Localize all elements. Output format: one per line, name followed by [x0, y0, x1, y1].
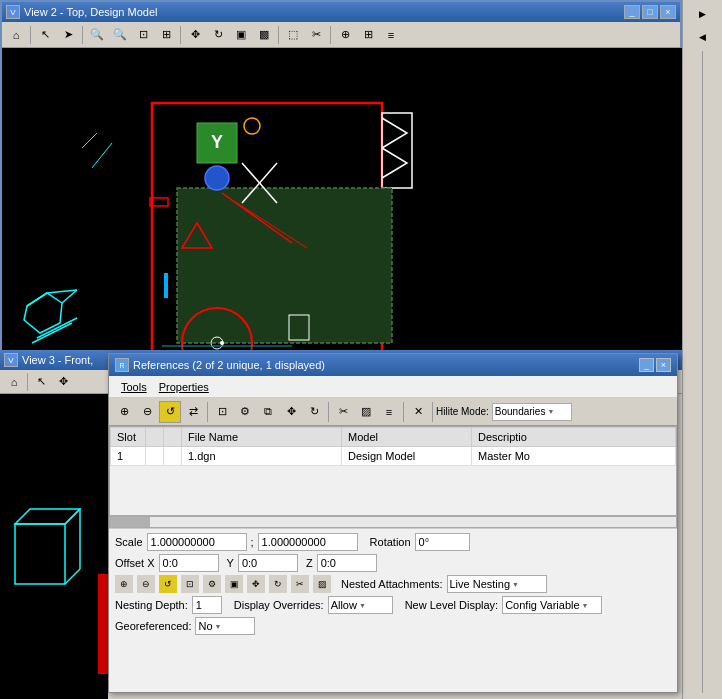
new-level-dropdown[interactable]: Config Variable [502, 596, 602, 614]
offset-y-input[interactable] [238, 554, 298, 572]
v3-cursor[interactable]: ↖ [30, 371, 52, 393]
dialog-menubar: Tools Properties [109, 376, 677, 398]
ref-settings[interactable]: ⚙ [234, 401, 256, 423]
svg-rect-22 [164, 273, 168, 298]
rp-btn2[interactable]: ◀ [692, 27, 714, 48]
ref-levels[interactable]: ≡ [378, 401, 400, 423]
tb-zoom-fit[interactable]: ⊡ [132, 24, 154, 46]
rotation-label: Rotation [370, 536, 411, 548]
tb-view1[interactable]: ▣ [230, 24, 252, 46]
icons-nested-row: ⊕ ⊖ ↺ ⊡ ⚙ ▣ ✥ ↻ ✂ ▨ Nested Attachments: … [115, 575, 671, 593]
ref-clip2[interactable]: ✂ [332, 401, 354, 423]
rp-btn1[interactable]: ▶ [692, 4, 714, 25]
tb-cursor[interactable]: ↖ [34, 24, 56, 46]
col-model[interactable]: Model [342, 428, 472, 447]
georef-value: No [198, 620, 212, 632]
view2-controls: _ □ × [624, 5, 676, 19]
scale-y-input[interactable] [258, 533, 358, 551]
nesting-depth-label: Nesting Depth: [115, 599, 188, 611]
hilite-dropdown[interactable]: Boundaries [492, 403, 572, 421]
col-flag1[interactable] [146, 428, 164, 447]
col-description[interactable]: Descriptio [472, 428, 676, 447]
cell-description: Master Mo [472, 447, 676, 466]
icon-btn-2[interactable]: ⊖ [137, 575, 155, 593]
references-table-container[interactable]: Slot File Name Model Descriptio 1 1.dgn … [109, 426, 677, 516]
tb-sep5 [330, 26, 331, 44]
view2-close[interactable]: × [660, 5, 676, 19]
tb-level[interactable]: ≡ [380, 24, 402, 46]
tb-fence[interactable]: ⬚ [282, 24, 304, 46]
tb-home[interactable]: ⌂ [5, 24, 27, 46]
scrollbar-thumb[interactable] [110, 517, 150, 527]
nesting-depth-input[interactable] [192, 596, 222, 614]
icon-btn-10[interactable]: ▨ [313, 575, 331, 593]
georef-dropdown[interactable]: No [195, 617, 255, 635]
icon-btn-9[interactable]: ✂ [291, 575, 309, 593]
nested-dropdown[interactable]: Live Nesting [447, 575, 547, 593]
menu-properties[interactable]: Properties [153, 379, 215, 395]
ref-sep3 [403, 402, 404, 422]
ref-masking[interactable]: ▨ [355, 401, 377, 423]
ref-exchange[interactable]: ⇄ [182, 401, 204, 423]
col-flag2[interactable] [164, 428, 182, 447]
ref-move[interactable]: ✥ [280, 401, 302, 423]
view3-canvas[interactable] [0, 394, 108, 699]
ref-xref[interactable]: ✕ [407, 401, 429, 423]
rotation-input[interactable] [415, 533, 470, 551]
tb-clip[interactable]: ✂ [305, 24, 327, 46]
icon-btn-6[interactable]: ▣ [225, 575, 243, 593]
dialog-minimize[interactable]: _ [639, 358, 654, 372]
icon-btn-1[interactable]: ⊕ [115, 575, 133, 593]
tb-arrow[interactable]: ➤ [57, 24, 79, 46]
icon-btn-7[interactable]: ✥ [247, 575, 265, 593]
view2-maximize[interactable]: □ [642, 5, 658, 19]
tb-rotate[interactable]: ↻ [207, 24, 229, 46]
scale-sep: ; [251, 536, 254, 548]
view2-toolbar: ⌂ ↖ ➤ 🔍 🔍 ⊡ ⊞ ✥ ↻ ▣ ▩ ⬚ ✂ ⊕ ⊞ ≡ [2, 22, 680, 48]
tb-ref[interactable]: ⊕ [334, 24, 356, 46]
offset-z-input[interactable] [317, 554, 377, 572]
table-row[interactable]: 1 1.dgn Design Model Master Mo [111, 447, 676, 466]
tb-zoom-window[interactable]: ⊞ [155, 24, 177, 46]
scale-x-input[interactable] [147, 533, 247, 551]
tb-zoom-out[interactable]: 🔍 [109, 24, 131, 46]
icon-btn-3[interactable]: ↺ [159, 575, 177, 593]
col-filename[interactable]: File Name [182, 428, 342, 447]
offset-x-input[interactable] [159, 554, 219, 572]
nested-label: Nested Attachments: [341, 578, 443, 590]
ref-copy[interactable]: ⧉ [257, 401, 279, 423]
view2-titlebar: V View 2 - Top, Design Model _ □ × [2, 2, 680, 22]
tb-sep1 [30, 26, 31, 44]
menu-tools[interactable]: Tools [115, 379, 153, 395]
ref-rotate2[interactable]: ↻ [303, 401, 325, 423]
v3-pan[interactable]: ✥ [52, 371, 74, 393]
ref-attach[interactable]: ⊕ [113, 401, 135, 423]
nested-value: Live Nesting [450, 578, 511, 590]
icon-btn-5[interactable]: ⚙ [203, 575, 221, 593]
ref-detach[interactable]: ⊖ [136, 401, 158, 423]
tb-view2[interactable]: ▩ [253, 24, 275, 46]
ref-reload[interactable]: ↺ [159, 401, 181, 423]
offset-z-label: Z [306, 557, 313, 569]
v3-home[interactable]: ⌂ [3, 371, 25, 393]
display-overrides-dropdown[interactable]: Allow [328, 596, 393, 614]
icon-btn-8[interactable]: ↻ [269, 575, 287, 593]
cell-flag1 [146, 447, 164, 466]
table-scrollbar[interactable] [109, 516, 677, 528]
dialog-toolbar: ⊕ ⊖ ↺ ⇄ ⊡ ⚙ ⧉ ✥ ↻ ✂ ▨ ≡ ✕ Hilite Mode: B… [109, 398, 677, 426]
icon-btn-4[interactable]: ⊡ [181, 575, 199, 593]
tb-grid[interactable]: ⊞ [357, 24, 379, 46]
col-slot[interactable]: Slot [111, 428, 146, 447]
ref-sep2 [328, 402, 329, 422]
tb-pan[interactable]: ✥ [184, 24, 206, 46]
cad-canvas[interactable]: Y [2, 48, 684, 352]
ref-fit[interactable]: ⊡ [211, 401, 233, 423]
dialog-titlebar: R References (2 of 2 unique, 1 displayed… [109, 354, 677, 376]
tb-zoom-in[interactable]: 🔍 [86, 24, 108, 46]
dialog-close[interactable]: × [656, 358, 671, 372]
cad-drawing: Y [2, 48, 684, 352]
view2-minimize[interactable]: _ [624, 5, 640, 19]
dialog-icon: R [115, 358, 129, 372]
tb-sep3 [180, 26, 181, 44]
view3-icon: V [4, 353, 18, 367]
